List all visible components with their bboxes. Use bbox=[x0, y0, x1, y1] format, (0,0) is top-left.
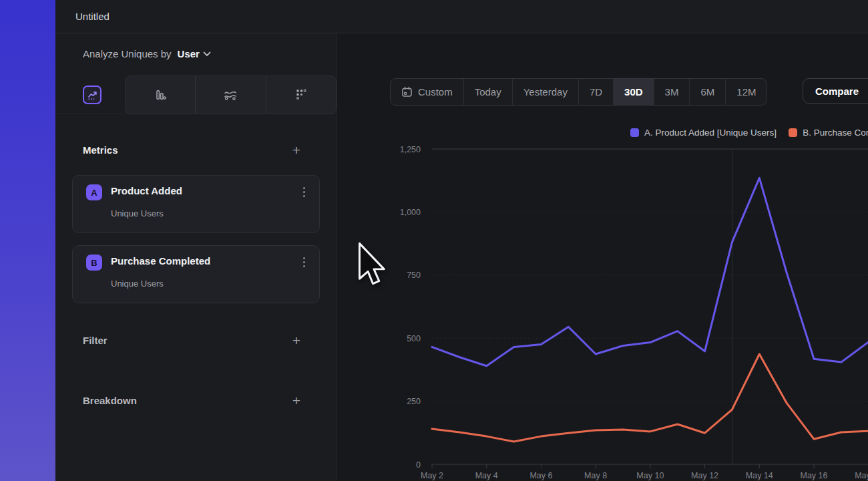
filter-title: Filter bbox=[83, 335, 107, 346]
app-window: Untitled Analyze Uniques by User bbox=[0, 0, 868, 481]
range-label: 12M bbox=[736, 86, 756, 98]
metric-card-a[interactable]: A Product Added Unique Users bbox=[72, 175, 320, 233]
metrics-title: Metrics bbox=[83, 144, 118, 156]
svg-text:250: 250 bbox=[407, 397, 421, 406]
legend-item[interactable]: A. Product Added [Unique Users] bbox=[630, 128, 777, 138]
date-range-selector: CustomTodayYesterday7D30D3M6M12M bbox=[390, 78, 767, 106]
range-30d[interactable]: 30D bbox=[613, 79, 654, 105]
breakdown-header: Breakdown + bbox=[55, 392, 337, 412]
metric-subtitle: Unique Users bbox=[111, 279, 164, 289]
range-label: Yesterday bbox=[523, 86, 568, 98]
svg-text:May 16: May 16 bbox=[800, 471, 827, 480]
add-filter-button[interactable]: + bbox=[288, 332, 305, 349]
svg-text:1,250: 1,250 bbox=[400, 145, 421, 154]
range-label: 7D bbox=[590, 86, 602, 98]
metric-badge-a: A bbox=[86, 184, 102, 200]
chart-legend: A. Product Added [Unique Users]B. Purcha… bbox=[630, 128, 868, 138]
chart-panel: CustomTodayYesterday7D30D3M6M12M Compare… bbox=[337, 33, 868, 481]
svg-text:May 4: May 4 bbox=[475, 471, 498, 480]
range-label: Today bbox=[475, 86, 501, 98]
tab-grid-dots[interactable] bbox=[266, 76, 336, 114]
metrics-header: Metrics + bbox=[55, 142, 337, 162]
metric-menu-icon[interactable] bbox=[298, 255, 310, 269]
report-title[interactable]: Untitled bbox=[75, 0, 110, 33]
line-chart-icon bbox=[87, 90, 98, 101]
range-12m[interactable]: 12M bbox=[725, 79, 767, 105]
range-custom[interactable]: Custom bbox=[391, 79, 463, 105]
svg-text:May 6: May 6 bbox=[529, 471, 552, 480]
svg-text:500: 500 bbox=[407, 334, 421, 343]
tab-flow[interactable] bbox=[195, 76, 265, 114]
tab-line-chart[interactable] bbox=[83, 86, 101, 104]
metric-name: Product Added bbox=[111, 185, 182, 196]
svg-text:May 14: May 14 bbox=[746, 471, 773, 480]
range-label: 6M bbox=[700, 86, 714, 98]
add-metric-button[interactable]: + bbox=[288, 142, 305, 159]
svg-text:May 2: May 2 bbox=[421, 471, 443, 480]
analyze-row: Analyze Uniques by User bbox=[55, 33, 337, 75]
add-breakdown-button[interactable]: + bbox=[288, 392, 305, 410]
title-bar: Untitled bbox=[55, 0, 868, 33]
legend-label: B. Purchase Completed [Unique Users] bbox=[803, 128, 868, 138]
svg-text:May 10: May 10 bbox=[636, 471, 664, 480]
range-yesterday[interactable]: Yesterday bbox=[512, 79, 578, 105]
analyze-by-label: Analyze Uniques by bbox=[83, 48, 172, 59]
range-today[interactable]: Today bbox=[463, 79, 512, 105]
chevron-down-icon bbox=[203, 51, 211, 57]
chart-type-tabs bbox=[55, 75, 337, 114]
range-label: 3M bbox=[665, 86, 679, 98]
metric-menu-icon[interactable] bbox=[298, 184, 310, 199]
svg-text:0: 0 bbox=[416, 460, 421, 470]
desktop-background-strip bbox=[0, 0, 55, 481]
legend-label: A. Product Added [Unique Users] bbox=[644, 128, 777, 138]
analyze-by-value: User bbox=[178, 48, 200, 59]
svg-text:May 12: May 12 bbox=[691, 471, 718, 480]
metric-card-b[interactable]: B Purchase Completed Unique Users bbox=[72, 245, 320, 303]
sidebar: Analyze Uniques by User bbox=[55, 33, 337, 481]
svg-text:750: 750 bbox=[407, 271, 421, 280]
range-label: 30D bbox=[624, 86, 643, 98]
flow-icon bbox=[223, 88, 238, 102]
range-6m[interactable]: 6M bbox=[689, 79, 725, 105]
grid-dots-icon bbox=[294, 88, 308, 102]
bar-chart-icon bbox=[154, 88, 167, 102]
metric-name: Purchase Completed bbox=[111, 255, 210, 267]
svg-text:May 8: May 8 bbox=[584, 471, 607, 480]
compare-button[interactable]: Compare bbox=[803, 78, 868, 104]
chart-type-tab-panel bbox=[125, 75, 337, 114]
legend-swatch bbox=[630, 128, 639, 137]
metric-badge-b: B bbox=[86, 255, 102, 271]
legend-swatch bbox=[789, 128, 797, 137]
range-3m[interactable]: 3M bbox=[654, 79, 690, 105]
range-7d[interactable]: 7D bbox=[578, 79, 613, 105]
metric-subtitle: Unique Users bbox=[111, 208, 164, 218]
range-label: Custom bbox=[418, 86, 453, 98]
tab-bar-chart[interactable] bbox=[126, 76, 195, 114]
legend-item[interactable]: B. Purchase Completed [Unique Users] bbox=[789, 128, 868, 138]
calendar-icon bbox=[401, 86, 413, 98]
filter-header: Filter + bbox=[55, 332, 337, 352]
analyze-by-dropdown[interactable]: User bbox=[178, 48, 211, 59]
svg-text:1,000: 1,000 bbox=[400, 208, 421, 217]
breakdown-title: Breakdown bbox=[83, 395, 137, 406]
svg-text:May 18: May 18 bbox=[855, 471, 868, 480]
